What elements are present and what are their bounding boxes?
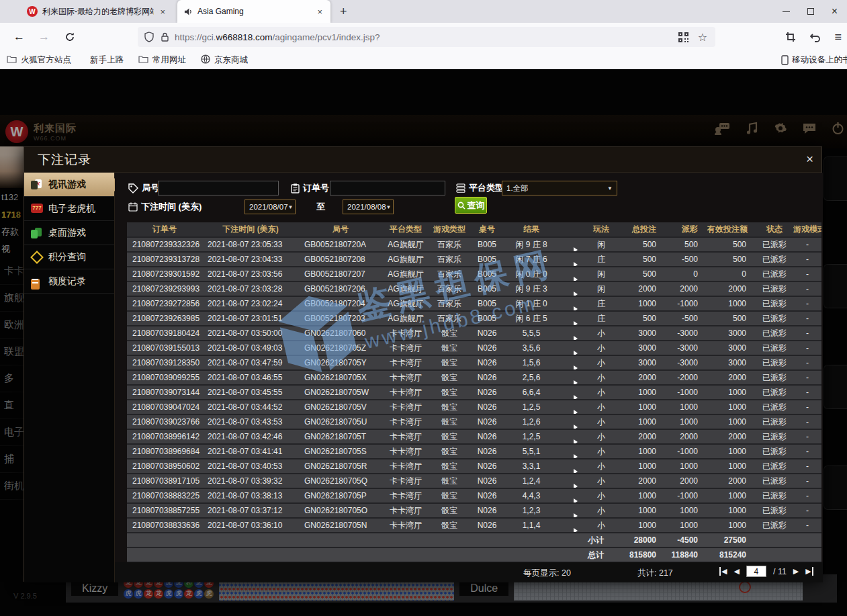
sidebar-item-1[interactable]: K视讯游戏 <box>24 173 114 197</box>
first-page-button[interactable]: ◀ <box>719 567 727 576</box>
payout-cell: 1000 <box>666 459 707 474</box>
cell: 210807239332326 <box>127 237 202 252</box>
window-close-button[interactable]: × <box>832 6 838 17</box>
bookmarks-mobile[interactable]: 移动设备上的书签 <box>781 54 847 66</box>
url-text[interactable]: https://gci.w668818.com/agingame/pcv1/in… <box>175 32 678 42</box>
page-number-input[interactable] <box>746 566 766 577</box>
shield-permissions-icon[interactable] <box>144 32 154 42</box>
table-row[interactable]: 2108070389171052021-08-07 03:39:32GN0262… <box>127 474 821 488</box>
bookmark-item[interactable]: 火狐官方站点 <box>7 54 71 66</box>
payout-cell: -1000 <box>666 488 707 503</box>
cell: 500 <box>707 252 756 267</box>
sidebar-item-5[interactable]: 额度记录 <box>24 269 114 294</box>
table-row[interactable]: 2108070388572552021-08-07 03:37:12GN0262… <box>127 503 821 518</box>
undo-arrow-icon[interactable] <box>809 32 821 42</box>
table-row[interactable]: 2108070389961422021-08-07 03:42:46GN0262… <box>127 429 821 444</box>
mode-cell: - <box>793 429 821 444</box>
table-row[interactable]: 2108070388832252021-08-07 03:38:13GN0262… <box>127 488 821 503</box>
cell: 210807039155013 <box>127 341 202 355</box>
bookmark-item[interactable]: 新手上路 <box>86 54 124 66</box>
cell: 5,5,5 <box>504 326 558 341</box>
date-from-value: 2021/08/07 <box>249 203 288 211</box>
bookmark-item[interactable]: 京东商城 <box>201 54 248 66</box>
cell: 闲 0 庄 0 <box>504 267 558 281</box>
mode-cell: - <box>793 518 821 533</box>
mode-cell: - <box>793 414 821 429</box>
table-row[interactable]: 2108070390992552021-08-07 03:46:55GN0262… <box>127 370 821 385</box>
table-row[interactable]: 2108072393323262021-08-07 23:05:33GB0052… <box>127 237 821 252</box>
table-row[interactable]: 2108072392639852021-08-07 23:01:51GB0052… <box>127 311 821 326</box>
window-maximize-button[interactable] <box>807 8 814 15</box>
new-tab-button[interactable]: + <box>340 5 347 19</box>
sidebar-item-3[interactable]: 桌面游戏 <box>24 221 114 245</box>
mode-cell: - <box>793 281 821 296</box>
table-row[interactable]: 2108070391283502021-08-07 03:47:59GN0262… <box>127 355 821 370</box>
modal-title: 下注记录 <box>38 151 91 169</box>
cell: 2000 <box>707 281 756 296</box>
table-row[interactable]: 2108070391550132021-08-07 03:49:03GN0262… <box>127 341 821 355</box>
bookmarks-mobile-label: 移动设备上的书签 <box>792 54 847 66</box>
column-header: 有效投注额 <box>707 222 756 237</box>
w66-favicon: W <box>27 6 38 17</box>
cell: AG旗舰厅 <box>382 296 429 311</box>
site-page: W 利来国际 W66.COM t1321718存款视卡卡旗舰欧洲联盟多直电子捕街… <box>0 69 847 616</box>
cell: 小 <box>581 400 621 414</box>
table-row[interactable]: 2108070389506022021-08-07 03:40:53GN0262… <box>127 459 821 474</box>
next-page-button[interactable]: ▶ <box>793 567 799 576</box>
replay-cell <box>558 414 581 429</box>
cell: 1,2,5 <box>504 400 558 414</box>
cell: 2021-08-07 03:40:53 <box>202 459 299 474</box>
bookmark-star-icon[interactable]: ☆ <box>698 31 707 44</box>
lock-icon[interactable] <box>161 32 169 42</box>
order-input[interactable] <box>330 181 445 195</box>
modal-close-button[interactable]: × <box>806 152 813 167</box>
bet-time-label: 下注时间 (美东) <box>141 201 202 213</box>
table-row[interactable]: 2108072393015922021-08-07 23:03:56GB0052… <box>127 267 821 281</box>
table-row[interactable]: 2108070390237662021-08-07 03:43:53GN0262… <box>127 414 821 429</box>
table-row[interactable]: 2108070389696842021-08-07 03:41:41GN0262… <box>127 444 821 459</box>
menu-hamburger-icon[interactable]: ≡ <box>834 30 842 44</box>
screenshot-crop-icon[interactable] <box>785 32 796 42</box>
forward-button[interactable]: → <box>38 30 50 44</box>
round-input[interactable] <box>158 181 279 195</box>
date-to-select[interactable]: 2021/08/08 ▼ <box>343 200 394 214</box>
tab-w66[interactable]: W 利来国际-最给力的老牌博彩网站 × <box>20 0 173 23</box>
sidebar-item-2[interactable]: 777电子老虎机 <box>24 197 114 221</box>
cell: GB00521807203 <box>299 311 382 326</box>
cell: 3000 <box>707 341 756 355</box>
platform-select[interactable]: 1.全部 ▼ <box>502 181 617 195</box>
cell: 小 <box>581 444 621 459</box>
table-row[interactable]: 2108070390470242021-08-07 03:44:52GN0262… <box>127 400 821 414</box>
tab-asia-gaming[interactable]: Asia Gaming × <box>177 0 330 23</box>
table-row[interactable]: 2108072393137282021-08-07 23:04:33GB0052… <box>127 252 821 267</box>
table-row[interactable]: 2108072392728562021-08-07 23:02:24GB0052… <box>127 296 821 311</box>
table-row[interactable]: 2108070391804242021-08-07 03:50:00GN0262… <box>127 326 821 341</box>
cell: 2021-08-07 23:04:33 <box>202 252 299 267</box>
url-bar[interactable]: https://gci.w668818.com/agingame/pcv1/in… <box>138 27 715 47</box>
cell: 1,2,6 <box>504 414 558 429</box>
tab-close-icon[interactable]: × <box>316 7 324 17</box>
query-button[interactable]: 查询 <box>455 197 487 214</box>
sidebar-item-4[interactable]: 积分查询 <box>24 245 114 269</box>
bookmark-item[interactable]: 常用网址 <box>138 54 186 66</box>
table-row[interactable]: 2108070388336362021-08-07 03:36:10GN0262… <box>127 518 821 533</box>
cell: GN0262180705X <box>299 370 382 385</box>
cell: 卡卡湾厅 <box>382 503 429 518</box>
slot-777-icon: 777 <box>31 204 43 214</box>
reload-button[interactable] <box>64 32 75 42</box>
date-from-select[interactable]: 2021/08/07 ▼ <box>244 200 296 214</box>
cell: 卡卡湾厅 <box>382 385 429 400</box>
payout-cell: -500 <box>666 311 707 326</box>
tab-close-icon[interactable]: × <box>159 7 167 17</box>
cell: GN0262180705S <box>299 444 382 459</box>
url-path: /agingame/pcv1/index.jsp? <box>273 32 380 42</box>
qr-scan-icon[interactable] <box>678 32 688 42</box>
mode-cell: - <box>793 444 821 459</box>
last-page-button[interactable]: ▶ <box>805 567 813 576</box>
back-button[interactable]: ← <box>13 30 25 44</box>
prev-page-button[interactable]: ◀ <box>733 567 739 576</box>
window-minimize-button[interactable] <box>783 11 790 12</box>
cell: 1000 <box>621 518 666 533</box>
table-row[interactable]: 2108070390731442021-08-07 03:45:55GN0262… <box>127 385 821 400</box>
table-row[interactable]: 2108072392939932021-08-07 23:03:28GB0052… <box>127 281 821 296</box>
